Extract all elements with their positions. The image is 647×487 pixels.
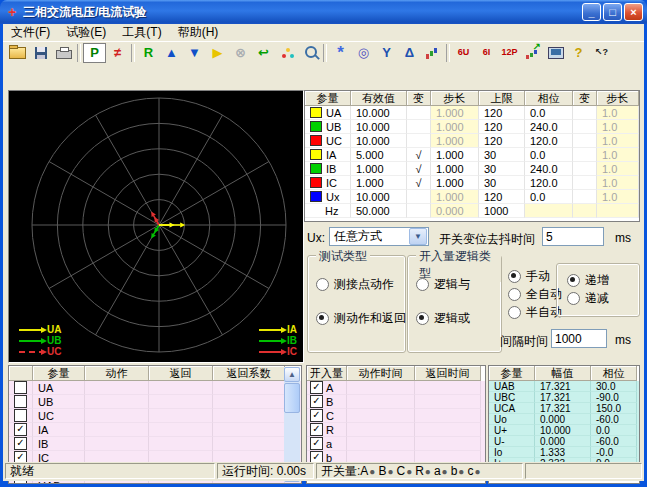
input-table-col-1[interactable]: 动作时间 <box>347 366 415 381</box>
limit-cell[interactable]: 120 <box>479 106 525 120</box>
row-checkbox[interactable]: ✓ <box>14 423 27 436</box>
interval-input[interactable] <box>551 329 607 348</box>
limit-cell[interactable]: 30 <box>479 176 525 190</box>
delta-connection-button[interactable]: Δ <box>398 43 421 63</box>
context-help-button[interactable]: ↖? <box>590 43 613 63</box>
start-button[interactable]: ▶ <box>206 43 229 63</box>
vary-check-cell[interactable]: √ <box>407 148 431 162</box>
menu-item-1[interactable]: 试验(E) <box>58 23 114 42</box>
debounce-input[interactable] <box>542 227 604 246</box>
phase-cell[interactable]: 240.0 <box>525 162 573 176</box>
rms-cell[interactable]: 50.000 <box>351 204 407 218</box>
menu-item-2[interactable]: 工具(T) <box>114 23 169 42</box>
menu-item-3[interactable]: 帮助(H) <box>170 23 227 42</box>
menu-item-0[interactable]: 文件(F) <box>3 23 58 42</box>
limit-cell[interactable]: 30 <box>479 162 525 176</box>
stop-button[interactable]: ⊗ <box>229 43 252 63</box>
row-checkbox[interactable] <box>14 409 27 422</box>
result-table-col-0[interactable]: 参量 <box>489 366 535 381</box>
mode-option-2[interactable]: 半自动 <box>508 304 562 321</box>
phase-cell[interactable] <box>525 204 573 218</box>
maximize-button[interactable]: □ <box>603 3 622 21</box>
lower-button[interactable]: ▼ <box>183 43 206 63</box>
limit-cell[interactable]: 120 <box>479 120 525 134</box>
trend-button[interactable] <box>521 43 544 63</box>
row-checkbox[interactable] <box>14 395 27 408</box>
logic-option-0[interactable]: 逻辑与 <box>416 276 470 293</box>
undo-button[interactable]: ↩ <box>252 43 275 63</box>
param-header-3[interactable]: 步长 <box>431 91 479 106</box>
rms-cell[interactable]: 10.000 <box>351 106 407 120</box>
input-table-col-2[interactable]: 返回时间 <box>415 366 481 381</box>
row-checkbox[interactable]: ✓ <box>310 409 323 422</box>
six-u-button[interactable]: 6U <box>452 43 475 63</box>
vary-check-cell[interactable] <box>407 120 431 134</box>
row-checkbox[interactable] <box>14 381 27 394</box>
param-header-0[interactable]: 参量 <box>305 91 351 106</box>
param-header-2[interactable]: 变 <box>407 91 431 106</box>
vary-check-cell[interactable]: √ <box>407 162 431 176</box>
action-table-col-4[interactable]: 返回系数 <box>213 366 285 381</box>
harmonics-button[interactable] <box>421 43 444 63</box>
step-dir-option-0[interactable]: 递增 <box>567 272 609 289</box>
phase-cell[interactable]: 120.0 <box>525 134 573 148</box>
rms-cell[interactable]: 10.000 <box>351 134 407 148</box>
limit-cell[interactable]: 120 <box>479 134 525 148</box>
about-button[interactable]: ? <box>567 43 590 63</box>
row-checkbox[interactable]: ✓ <box>310 381 323 394</box>
test-type-option-1[interactable]: 测动作和返回 <box>316 310 406 327</box>
step-cell[interactable]: 1.000 <box>431 148 479 162</box>
phase-cell[interactable]: 0.0 <box>525 190 573 204</box>
p-mode-button[interactable]: P <box>83 43 106 63</box>
row-checkbox[interactable]: ✓ <box>14 437 27 450</box>
limit-cell[interactable]: 120 <box>479 190 525 204</box>
wye-connection-button[interactable]: Y <box>375 43 398 63</box>
vary-check-cell[interactable] <box>407 106 431 120</box>
param-header-1[interactable]: 有效值 <box>351 91 407 106</box>
open-file-button[interactable] <box>6 43 29 63</box>
test-type-option-0[interactable]: 测接点动作 <box>316 276 394 293</box>
scroll-thumb[interactable] <box>284 383 300 413</box>
phase-cell[interactable]: 0.0 <box>525 106 573 120</box>
row-checkbox[interactable]: ✓ <box>310 395 323 408</box>
rms-cell[interactable]: 10.000 <box>351 190 407 204</box>
minimize-button[interactable]: _ <box>582 3 601 21</box>
step-cell[interactable]: 1.000 <box>431 162 479 176</box>
row-checkbox[interactable]: ✓ <box>310 437 323 450</box>
param-header-5[interactable]: 相位 <box>525 91 573 106</box>
input-table-col-0[interactable]: 开入量 <box>307 366 347 381</box>
action-table-col-2[interactable]: 动作 <box>85 366 149 381</box>
rms-cell[interactable]: 5.000 <box>351 148 407 162</box>
scroll-up-button[interactable]: ▲ <box>284 367 300 382</box>
phase-swap-button[interactable]: ≠ <box>106 43 129 63</box>
rms-cell[interactable]: 10.000 <box>351 120 407 134</box>
mode-option-0[interactable]: 手动 <box>508 268 550 285</box>
logic-option-1[interactable]: 逻辑或 <box>416 310 470 327</box>
zoom-button[interactable] <box>298 43 321 63</box>
mode-option-1[interactable]: 全自动 <box>508 286 562 303</box>
action-table-col-0[interactable] <box>9 366 33 381</box>
print-button[interactable] <box>52 43 75 63</box>
step-cell[interactable]: 1.000 <box>431 176 479 190</box>
row-checkbox[interactable]: ✓ <box>310 423 323 436</box>
save-button[interactable] <box>29 43 52 63</box>
six-i-button[interactable]: 6I <box>475 43 498 63</box>
close-button[interactable]: × <box>624 3 643 21</box>
raise-button[interactable]: ▲ <box>160 43 183 63</box>
param-header-4[interactable]: 上限 <box>479 91 525 106</box>
vary-check-cell[interactable]: √ <box>407 176 431 190</box>
action-table-col-1[interactable]: 参量 <box>33 366 85 381</box>
ux-mode-select[interactable]: 任意方式 ▼ <box>329 227 429 246</box>
phase-cell[interactable]: 240.0 <box>525 120 573 134</box>
result-table-col-1[interactable]: 幅值 <box>535 366 591 381</box>
action-table-col-3[interactable]: 返回 <box>149 366 213 381</box>
result-table-col-2[interactable]: 相位 <box>591 366 637 381</box>
vary-check-cell[interactable] <box>407 190 431 204</box>
rms-cell[interactable]: 1.000 <box>351 176 407 190</box>
limit-cell[interactable]: 1000 <box>479 204 525 218</box>
rms-cell[interactable]: 1.000 <box>351 162 407 176</box>
param-header-6[interactable]: 变 <box>573 91 597 106</box>
step-dir-option-1[interactable]: 递减 <box>567 290 609 307</box>
phase-cell[interactable]: 120.0 <box>525 176 573 190</box>
vector-dots-button[interactable] <box>275 43 298 63</box>
